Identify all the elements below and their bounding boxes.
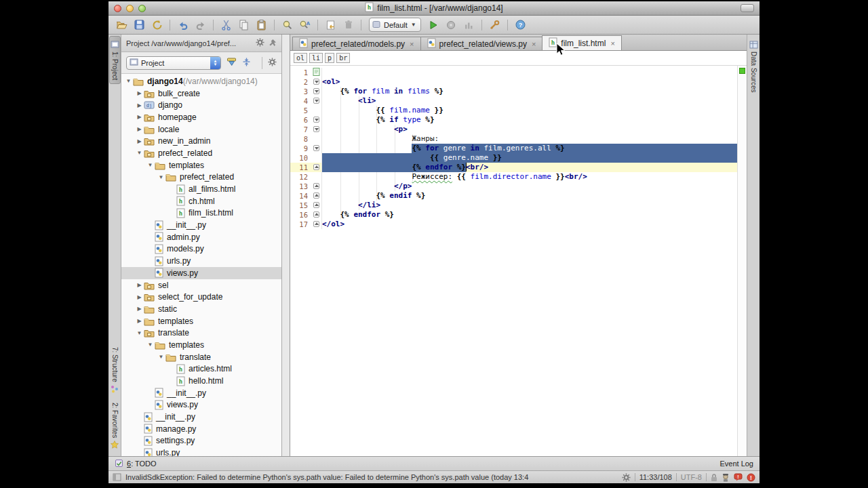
tree-closed-arrow-icon[interactable]: ▶ xyxy=(135,102,144,108)
breadcrumb-ol[interactable]: ol xyxy=(294,53,307,63)
fold-open-icon[interactable] xyxy=(313,88,319,94)
open-button[interactable] xyxy=(114,17,130,33)
background-task-gear-icon[interactable] xyxy=(622,473,631,482)
tree-closed-arrow-icon[interactable]: ▶ xyxy=(135,90,144,96)
fold-open-icon[interactable] xyxy=(313,79,319,85)
tree-item-translate[interactable]: ▼translate xyxy=(121,327,281,339)
tree-closed-arrow-icon[interactable]: ▶ xyxy=(135,318,144,324)
fold-open-icon[interactable] xyxy=(313,117,319,123)
tree-item-translate[interactable]: ▼translate xyxy=(121,351,281,363)
zoom-window-button[interactable] xyxy=(138,5,146,12)
tree-item-locale[interactable]: ▶locale xyxy=(121,123,281,136)
tree-open-arrow-icon[interactable]: ▼ xyxy=(135,330,144,336)
tree-closed-arrow-icon[interactable]: ▶ xyxy=(135,126,144,132)
tree-item-__init__.py[interactable]: __init__.py xyxy=(121,411,281,423)
tree-item-views.py[interactable]: views.py xyxy=(121,399,281,411)
tree-item-homepage[interactable]: ▶homepage xyxy=(121,111,281,123)
fold-close-icon[interactable] xyxy=(313,192,319,199)
tree-item-urls.py[interactable]: urls.py xyxy=(121,447,281,456)
save-button[interactable] xyxy=(132,17,147,33)
tree-item-bulk_create[interactable]: ▶bulk_create xyxy=(121,87,281,100)
tree-item-models.py[interactable]: models.py xyxy=(121,243,281,256)
tree-item-all_films.html[interactable]: hall_films.html xyxy=(121,183,281,195)
help-button[interactable]: ? xyxy=(513,17,528,33)
close-window-button[interactable] xyxy=(114,5,121,12)
fold-close-icon[interactable] xyxy=(313,164,319,170)
tree-item-manage.py[interactable]: manage.py xyxy=(121,423,281,435)
breadcrumb-p[interactable]: p xyxy=(325,53,334,63)
undo-button[interactable] xyxy=(175,17,191,33)
commit-button[interactable] xyxy=(323,17,338,33)
fold-open-icon[interactable] xyxy=(313,98,319,104)
fold-close-icon[interactable] xyxy=(313,211,319,218)
fold-open-icon[interactable] xyxy=(313,126,319,132)
tool-button-data-sources[interactable]: Data Sources xyxy=(749,37,759,96)
paste-button[interactable] xyxy=(254,17,269,33)
tree-closed-arrow-icon[interactable]: ▶ xyxy=(135,138,144,144)
fold-close-icon[interactable] xyxy=(313,221,319,227)
error-stripe[interactable] xyxy=(737,66,747,456)
todo-tool-button[interactable]: 6: TODO xyxy=(127,460,157,468)
tree-item-select_for_update[interactable]: ▶select_for_update xyxy=(121,291,281,303)
tree-closed-arrow-icon[interactable]: ▶ xyxy=(135,114,144,120)
project-tree[interactable]: ▼django14 (/var/www/django14)▶bulk_creat… xyxy=(121,74,281,456)
tree-item-prefect_related[interactable]: ▼prefect_related xyxy=(121,147,281,159)
tree-item-urls.py[interactable]: urls.py xyxy=(121,255,281,267)
wrench-button[interactable] xyxy=(487,17,502,33)
event-log-button[interactable]: Event Log xyxy=(719,460,753,468)
tree-open-arrow-icon[interactable]: ▼ xyxy=(124,78,133,84)
tree-closed-arrow-icon[interactable]: ▶ xyxy=(135,282,144,288)
minimize-window-button[interactable] xyxy=(126,5,134,12)
tree-item-film_list.html[interactable]: hfilm_list.html xyxy=(121,207,281,220)
tree-item-hello.html[interactable]: hhello.html xyxy=(121,375,281,387)
tab-prefect_related/views.py[interactable]: prefect_related/views.py× xyxy=(420,37,543,50)
breadcrumb-li[interactable]: li xyxy=(309,53,323,63)
combo-stepper-icon[interactable]: ▲▼ xyxy=(210,57,220,69)
readonly-lock-icon[interactable] xyxy=(711,473,717,482)
breadcrumb-br[interactable]: br xyxy=(336,53,350,63)
tree-item-new_in_admin[interactable]: ▶new_in_admin xyxy=(121,135,281,147)
tool-window-toggle-icon[interactable] xyxy=(113,473,121,481)
tab-close-icon[interactable]: × xyxy=(532,40,536,48)
tree-open-arrow-icon[interactable]: ▼ xyxy=(135,150,144,156)
tree-item-ch.html[interactable]: hch.html xyxy=(121,195,281,207)
tree-item-__init__.py[interactable]: __init__.py xyxy=(121,219,281,231)
tree-item-views.py[interactable]: views.py xyxy=(121,267,281,279)
fold-open-icon[interactable] xyxy=(313,145,319,151)
tab-prefect_related/models.py[interactable]: prefect_related/models.py× xyxy=(292,37,421,50)
error-notification-icon[interactable]: ! xyxy=(747,473,755,482)
tree-item-django14[interactable]: ▼django14 (/var/www/django14) xyxy=(121,75,281,87)
fold-close-icon[interactable] xyxy=(313,183,319,189)
tree-closed-arrow-icon[interactable]: ▶ xyxy=(135,294,144,300)
panel-splitter[interactable] xyxy=(281,35,290,456)
fold-close-icon[interactable] xyxy=(313,202,319,208)
tree-item-settings.py[interactable]: settings.py xyxy=(121,435,281,447)
tool-button-project[interactable]: 1: Project xyxy=(109,36,121,84)
run-button[interactable] xyxy=(426,17,441,33)
tree-open-arrow-icon[interactable]: ▼ xyxy=(157,174,165,180)
tool-button-structure[interactable]: 7: Structure xyxy=(110,344,119,396)
minimize-box-icon[interactable] xyxy=(741,4,754,12)
tree-open-arrow-icon[interactable]: ▼ xyxy=(146,342,155,348)
file-encoding[interactable]: UTF-8 xyxy=(681,473,702,481)
cov-button[interactable] xyxy=(461,17,477,33)
tree-item-articles.html[interactable]: harticles.html xyxy=(121,363,281,375)
panel-settings-gear-icon[interactable] xyxy=(256,38,264,48)
notification-bubble-icon[interactable]: ! xyxy=(734,473,743,482)
view-options-gear-icon[interactable] xyxy=(268,58,277,68)
project-view-selector[interactable]: Project ▲▼ xyxy=(126,56,221,70)
tree-item-admin.py[interactable]: admin.py xyxy=(121,231,281,243)
replace-button[interactable]: A xyxy=(297,17,313,33)
tree-item-sel[interactable]: ▶sel xyxy=(121,279,281,291)
collapse-all-icon[interactable] xyxy=(242,58,251,68)
scroll-to-source-icon[interactable] xyxy=(226,58,237,68)
tree-item-templates[interactable]: ▼templates xyxy=(121,339,281,351)
tree-item-prefect_related[interactable]: ▼prefect_related xyxy=(121,171,281,184)
tab-close-icon[interactable]: × xyxy=(610,39,614,47)
tool-button-favorites[interactable]: 2: Favorites xyxy=(110,399,119,452)
find-button[interactable] xyxy=(279,17,295,33)
tree-item-django[interactable]: ▶djdjango xyxy=(121,99,281,111)
status-message[interactable]: InvalidSdkException: Failed to determine… xyxy=(125,473,618,481)
tree-item-static[interactable]: ▶static xyxy=(121,303,281,315)
tree-item-__init__.py[interactable]: __init__.py xyxy=(121,387,281,399)
